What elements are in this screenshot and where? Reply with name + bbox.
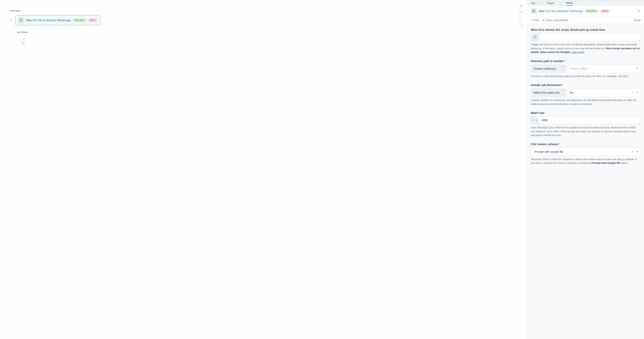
tab-setup[interactable]: Setup bbox=[566, 0, 573, 6]
svg-rect-4 bbox=[534, 36, 536, 39]
since-label: When first started, this recipe should p… bbox=[531, 28, 640, 31]
tab-trigger[interactable]: Trigger bbox=[546, 0, 554, 6]
batch-pill: Batch bbox=[600, 9, 610, 13]
chevron-down-icon bbox=[635, 150, 639, 154]
step-text-new: New bbox=[26, 19, 32, 22]
svg-point-2 bbox=[531, 20, 532, 21]
panel-header: New CSV file in Workato FileStorage Real… bbox=[527, 6, 644, 17]
dir-help: Choose or enter the directory path to mo… bbox=[531, 74, 640, 78]
learn-more-link[interactable]: Learn more bbox=[571, 51, 584, 54]
schema-label: CSV column schema * bbox=[531, 143, 640, 146]
subdir-label: Include sub-directories? bbox=[531, 84, 640, 87]
clear-button[interactable] bbox=[630, 150, 635, 154]
dir-label: Directory path to monitor * bbox=[531, 60, 640, 63]
connector-arrow-icon bbox=[23, 39, 25, 40]
find-label: Find bbox=[534, 19, 539, 22]
trigger-section-label: TRIGGER bbox=[10, 10, 100, 12]
config-panel: App → Trigger → Setup New CSV file in Wo… bbox=[527, 0, 644, 339]
header-text-in: in bbox=[556, 10, 558, 13]
step-link-app[interactable]: Workato FileStorage bbox=[46, 19, 71, 22]
step-link-csv[interactable]: CSV file bbox=[32, 19, 42, 22]
close-panel-button[interactable] bbox=[637, 9, 640, 13]
batch-label: Batch size bbox=[531, 111, 640, 114]
choose-directory-button[interactable]: Choose a directory bbox=[531, 65, 566, 73]
filestorage-icon bbox=[18, 17, 24, 23]
filestorage-icon bbox=[531, 8, 537, 14]
header-link-csv[interactable]: CSV file bbox=[545, 10, 555, 13]
step-text-in: in bbox=[43, 19, 45, 22]
panel-toolbar: Find Show optional fields Reset bbox=[527, 17, 644, 24]
schema-select[interactable]: Provide with sample file bbox=[531, 148, 640, 156]
step-number: 1 bbox=[10, 19, 12, 22]
trigger-step[interactable]: New CSV file in Workato FileStorage Real… bbox=[15, 15, 100, 25]
header-text-new: New bbox=[538, 10, 544, 13]
recipe-canvas[interactable]: + − TRIGGER 1 New CSV file in Worka bbox=[0, 0, 527, 339]
realtime-pill: Real-time bbox=[72, 18, 86, 22]
undo-button[interactable] bbox=[518, 4, 523, 9]
panel-tabs: App → Trigger → Setup bbox=[527, 0, 644, 6]
directory-value-select[interactable]: Select a value bbox=[568, 65, 640, 73]
zoom-in-button[interactable]: + bbox=[518, 10, 523, 15]
svg-point-3 bbox=[544, 20, 544, 21]
subdir-value-select[interactable]: No bbox=[568, 89, 640, 97]
batch-help: Enter the batch size, which is the numbe… bbox=[531, 126, 640, 137]
clear-button[interactable] bbox=[630, 91, 635, 95]
find-button[interactable]: Find bbox=[531, 19, 539, 22]
svg-rect-0 bbox=[20, 20, 22, 21]
chevron-down-icon bbox=[635, 91, 639, 95]
tab-app[interactable]: App bbox=[531, 0, 535, 6]
number-icon: 1 2 3 bbox=[531, 116, 538, 124]
add-step-button[interactable]: + bbox=[21, 40, 26, 46]
svg-rect-1 bbox=[533, 10, 535, 12]
fit-view-button[interactable] bbox=[518, 22, 523, 26]
arrow-icon: → bbox=[540, 1, 542, 5]
arrow-icon: → bbox=[559, 1, 562, 5]
actions-section-label: ACTIONS bbox=[17, 31, 28, 34]
schema-help: Template column schema is required to ma… bbox=[531, 157, 640, 165]
since-help: Trigger will pick all events since the m… bbox=[531, 43, 640, 54]
header-link-app[interactable]: Workato FileStorage bbox=[558, 10, 583, 13]
connector-line bbox=[24, 35, 24, 39]
batch-size-input[interactable] bbox=[538, 116, 640, 124]
subdir-help: Choose whether to monitor the sub-direct… bbox=[531, 98, 640, 106]
reset-button[interactable]: Reset bbox=[634, 19, 640, 22]
since-input[interactable] bbox=[538, 33, 640, 41]
realtime-pill: Real-time bbox=[585, 9, 598, 13]
show-optional-button[interactable]: Show optional fields bbox=[542, 19, 568, 22]
zoom-out-button[interactable]: − bbox=[518, 16, 523, 20]
batch-pill: Batch bbox=[88, 18, 98, 22]
subdir-mode-button[interactable]: Select from option list bbox=[531, 89, 566, 97]
show-optional-label: Show optional fields bbox=[546, 19, 568, 22]
chevron-down-icon bbox=[635, 67, 639, 71]
calendar-icon bbox=[531, 33, 538, 41]
